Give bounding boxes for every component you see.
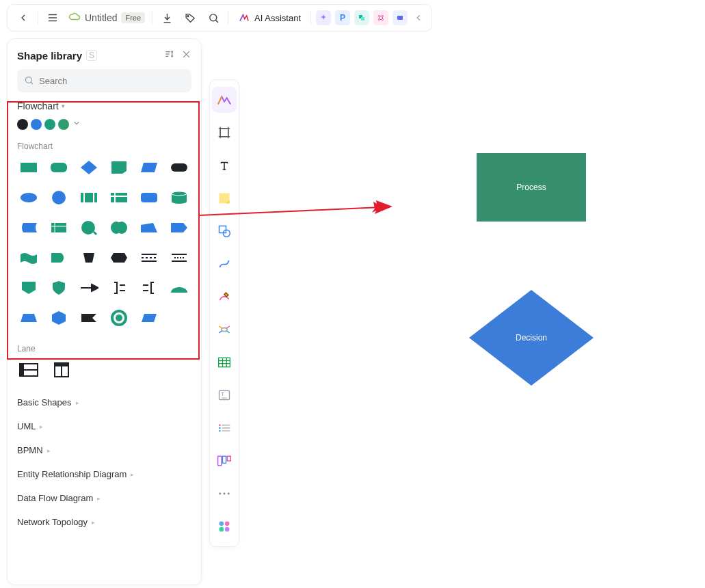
canvas-shape-process[interactable]: Process: [477, 153, 586, 222]
decision-label: Decision: [516, 333, 547, 343]
canvas-shape-decision[interactable]: Decision: [469, 290, 594, 386]
process-label: Process: [516, 183, 546, 192]
canvas[interactable]: Process Decision: [0, 0, 705, 588]
